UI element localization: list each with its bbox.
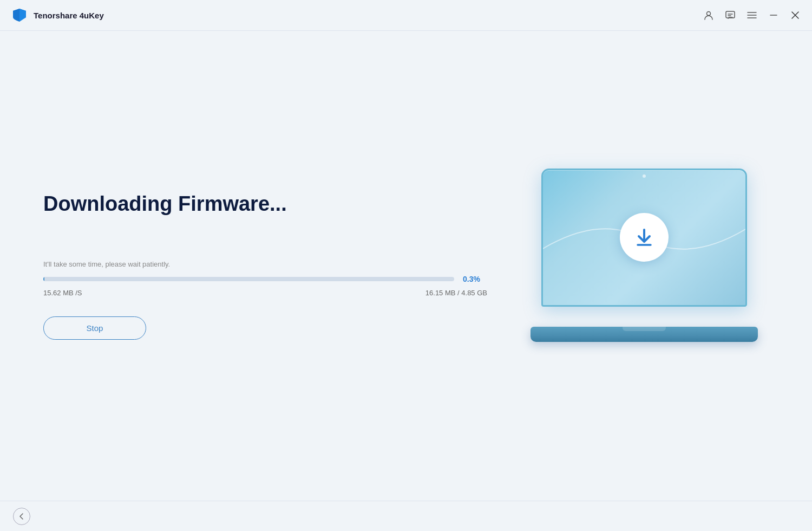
app-logo-icon — [11, 7, 28, 24]
chat-icon[interactable] — [724, 9, 736, 21]
titlebar-right — [703, 9, 801, 21]
minimize-button[interactable] — [768, 9, 780, 21]
progress-percent: 0.3% — [463, 275, 487, 283]
download-arrow-icon — [632, 225, 656, 249]
main-content: Downloading Firmware... It'll take some … — [0, 31, 812, 501]
back-button[interactable] — [13, 508, 30, 525]
close-button[interactable] — [789, 9, 801, 21]
page-title: Downloading Firmware... — [43, 192, 487, 217]
download-speed: 15.62 MB /S — [43, 289, 82, 297]
user-icon[interactable] — [703, 9, 715, 21]
titlebar: Tenorshare 4uKey — [0, 0, 812, 30]
back-arrow-icon — [18, 513, 25, 520]
progress-stats: 15.62 MB /S 16.15 MB / 4.85 GB — [43, 289, 487, 297]
app-title: Tenorshare 4uKey — [34, 11, 104, 20]
laptop-screen — [541, 169, 747, 307]
progress-bar-fill — [43, 277, 44, 281]
download-icon-circle — [620, 213, 669, 262]
laptop-illustration — [531, 169, 758, 342]
titlebar-left: Tenorshare 4uKey — [11, 7, 104, 24]
progress-row: 0.3% — [43, 275, 487, 283]
left-panel: Downloading Firmware... It'll take some … — [43, 192, 487, 340]
right-panel — [520, 169, 769, 364]
progress-bar-container — [43, 277, 454, 281]
stop-button[interactable]: Stop — [43, 316, 146, 340]
laptop-base — [531, 327, 758, 342]
wait-message: It'll take some time, please wait patien… — [43, 260, 487, 268]
bottom-bar — [0, 501, 812, 531]
download-size: 16.15 MB / 4.85 GB — [425, 289, 487, 297]
menu-icon[interactable] — [746, 9, 758, 21]
svg-rect-1 — [726, 11, 735, 18]
svg-point-0 — [707, 12, 711, 16]
